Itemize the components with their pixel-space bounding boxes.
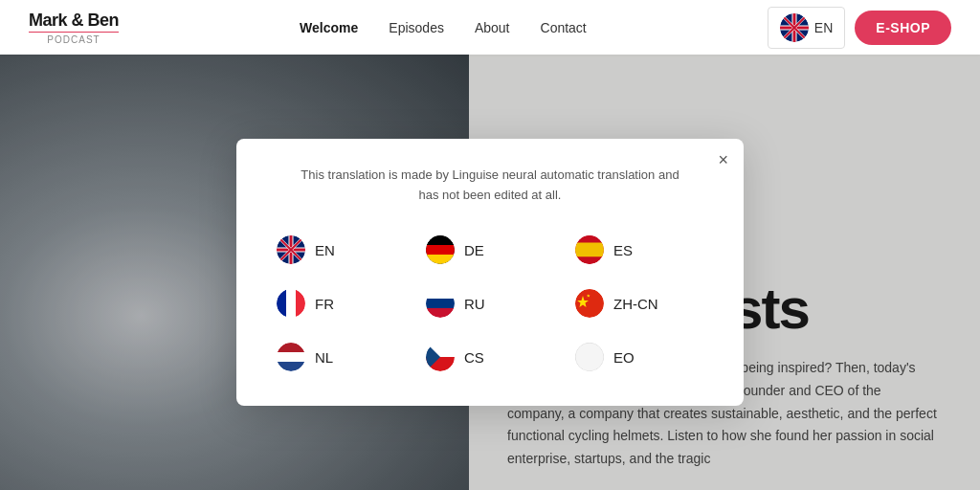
lang-option-en[interactable]: EN (271, 232, 411, 268)
flag-nl-icon (277, 343, 305, 371)
lang-label-fr: FR (315, 296, 334, 312)
nav-contact[interactable]: Contact (541, 20, 587, 35)
logo-title: Mark & Ben (29, 11, 119, 31)
svg-rect-21 (426, 308, 455, 318)
flag-fr-icon (277, 289, 305, 318)
lang-option-ru[interactable]: RU (420, 285, 560, 322)
lang-label-zh: ZH-CN (613, 296, 658, 312)
header-right: EN E-SHOP (768, 7, 951, 49)
logo-subtitle: Podcast (29, 32, 119, 45)
lang-option-zh[interactable]: ZH-CN (569, 285, 709, 322)
flag-es-icon (575, 235, 604, 264)
eshop-button[interactable]: E-SHOP (855, 11, 951, 45)
svg-rect-10 (575, 243, 604, 257)
lang-code: EN (814, 20, 833, 35)
svg-rect-20 (426, 299, 455, 308)
nav-about[interactable]: About (475, 20, 510, 35)
lang-label-es: ES (613, 242, 633, 258)
svg-rect-14 (277, 289, 286, 318)
svg-point-36 (575, 343, 604, 371)
lang-label-nl: NL (315, 349, 333, 366)
svg-rect-29 (277, 352, 305, 362)
svg-rect-16 (296, 289, 305, 318)
svg-point-22 (575, 289, 604, 318)
lang-label-de: DE (464, 242, 484, 258)
svg-rect-11 (575, 257, 604, 265)
lang-label-cs: CS (464, 349, 484, 366)
svg-rect-6 (426, 255, 455, 264)
en-flag-icon (780, 13, 809, 42)
flag-ru-icon (426, 289, 455, 318)
flag-cs-icon (426, 343, 455, 371)
nav-welcome[interactable]: Welcome (300, 20, 358, 35)
lang-option-cs[interactable]: CS (420, 339, 560, 375)
lang-label-en: EN (315, 242, 335, 258)
nav: Welcome Episodes About Contact (300, 20, 587, 35)
lang-option-es[interactable]: ES (569, 232, 709, 268)
lang-label-ru: RU (464, 296, 485, 312)
modal-close-button[interactable]: × (718, 150, 728, 170)
flag-de-icon (426, 235, 455, 264)
svg-rect-30 (277, 362, 305, 371)
flag-zh-icon (575, 289, 604, 318)
flag-en-icon (277, 235, 305, 264)
lang-label-eo: EO (613, 349, 635, 366)
language-grid: EN DE (271, 232, 709, 375)
lang-option-nl[interactable]: NL (271, 339, 411, 375)
flag-eo-icon (575, 343, 604, 371)
svg-rect-4 (426, 235, 455, 245)
language-modal: × This translation is made by Linguise n… (236, 139, 744, 407)
lang-option-fr[interactable]: FR (271, 285, 411, 322)
svg-rect-5 (426, 245, 455, 255)
logo: Mark & Ben Podcast (29, 11, 119, 45)
modal-description: This translation is made by Linguise neu… (299, 166, 681, 206)
svg-rect-28 (277, 343, 305, 352)
svg-rect-19 (426, 289, 455, 299)
language-selector[interactable]: EN (768, 7, 845, 49)
lang-option-eo[interactable]: EO (569, 339, 709, 375)
nav-episodes[interactable]: Episodes (389, 20, 444, 35)
svg-rect-15 (286, 289, 296, 318)
lang-option-de[interactable]: DE (420, 232, 560, 268)
header: Mark & Ben Podcast Welcome Episodes Abou… (0, 0, 980, 55)
modal-overlay: × This translation is made by Linguise n… (0, 55, 980, 490)
svg-rect-9 (575, 235, 604, 243)
